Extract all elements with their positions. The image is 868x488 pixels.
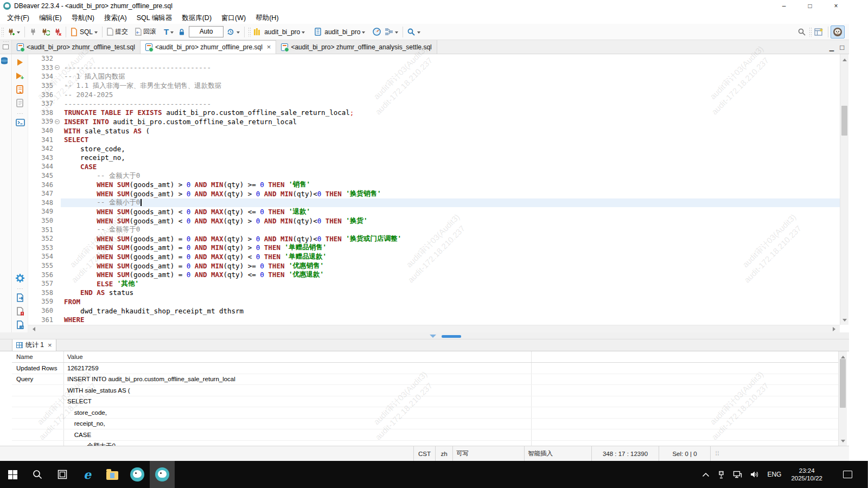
execute-new-tab-button[interactable]: + <box>14 70 26 82</box>
usb-tray-button[interactable] <box>717 471 725 479</box>
code-line[interactable]: 358 END AS status <box>28 288 840 298</box>
reconnect-button[interactable] <box>39 25 52 38</box>
scroll-down-icon[interactable] <box>843 319 847 324</box>
code-line[interactable]: 336-- 2024-2025 <box>28 90 840 99</box>
transaction-log-button[interactable]: T <box>162 25 176 38</box>
code-line[interactable]: 337------------------------------------ <box>28 99 840 108</box>
code-line[interactable]: 348 -- 金额小于0 <box>28 198 840 208</box>
stats-row[interactable]: receipt_no, <box>12 419 838 430</box>
code-line[interactable]: 357 ELSE '其他' <box>28 279 840 288</box>
code-line[interactable]: 353 WHEN SUM(goods_amt) = 0 AND MIN(qty)… <box>28 243 840 253</box>
stats-row[interactable]: WITH sale_status AS ( <box>12 385 838 396</box>
code-editor[interactable]: 332333–---------------------------------… <box>28 54 840 325</box>
panel-splitter[interactable] <box>0 332 849 339</box>
execute-script-button[interactable] <box>14 84 26 95</box>
tray-chevron-button[interactable] <box>702 472 710 477</box>
export-result-button[interactable] <box>14 292 26 304</box>
minimize-view-icon[interactable]: ▁ <box>829 44 834 52</box>
fold-collapse-icon[interactable]: – <box>55 65 60 70</box>
col-header-name[interactable]: Name <box>12 351 64 362</box>
col-header-value[interactable]: Value <box>64 351 532 362</box>
dbeaver-taskbar-button[interactable] <box>125 461 150 488</box>
code-line[interactable]: 343 receipt_no, <box>28 153 840 163</box>
sql-editor-button[interactable]: SQL <box>68 25 100 38</box>
close-button[interactable]: × <box>823 0 849 12</box>
editor-hscrollbar[interactable] <box>28 325 840 332</box>
database-selector[interactable]: audit_bi_pro <box>252 25 307 38</box>
internet-explorer-button[interactable]: e <box>75 461 100 488</box>
stats-row[interactable]: store_code, <box>12 407 838 419</box>
code-line[interactable]: 347 WHEN SUM(goods_amt) > 0 AND MAX(qty)… <box>28 189 840 198</box>
maximize-view-icon[interactable]: ☐ <box>839 44 845 52</box>
minimize-button[interactable]: – <box>771 0 797 12</box>
code-line[interactable]: 355 WHEN SUM(goods_amt) = 0 AND MIN(qty)… <box>28 261 840 271</box>
code-line[interactable]: 351 -- 金额等于0 <box>28 225 840 234</box>
code-line[interactable]: 352 WHEN SUM(goods_amt) = 0 AND MAX(qty)… <box>28 234 840 243</box>
save-report-button[interactable] <box>14 305 26 317</box>
menu-item[interactable]: 数据库(D) <box>177 12 216 23</box>
taskbar-clock[interactable]: 23:24 2025/10/22 <box>791 467 822 482</box>
maximize-button[interactable]: □ <box>797 0 823 12</box>
close-tab-icon[interactable]: × <box>48 342 52 349</box>
stats-row[interactable]: Updated Rows126217259 <box>12 363 838 374</box>
code-line[interactable]: 360 dwd_trade_hkaudit_shop_receipt_mt dt… <box>28 306 840 316</box>
code-line[interactable]: 334-- 1 插入国内数据 <box>28 72 840 81</box>
code-line[interactable]: 341SELECT <box>28 135 840 144</box>
menu-item[interactable]: 帮助(H) <box>251 12 283 23</box>
taskbar-search-button[interactable] <box>25 461 50 488</box>
sash-restore-icon[interactable] <box>430 335 436 338</box>
menu-item[interactable]: 导航(N) <box>67 12 99 23</box>
action-center-icon[interactable] <box>843 471 852 478</box>
code-line[interactable]: 356 WHEN SUM(goods_amt) = 0 AND MAX(qty)… <box>28 270 840 279</box>
menu-item[interactable]: SQL 编辑器 <box>132 12 177 23</box>
code-line[interactable]: 359FROM <box>28 297 840 306</box>
scrollbar-thumb[interactable] <box>841 106 847 136</box>
execute-statement-button[interactable] <box>14 56 26 68</box>
script-variables-button[interactable]: (a) <box>14 319 26 331</box>
kill-connection-button[interactable] <box>52 25 63 38</box>
editor-tab[interactable]: <audit_bi_pro> zhumr_offline_analysis_se… <box>276 40 437 54</box>
dashboard-button[interactable] <box>371 25 383 38</box>
code-line[interactable]: 335-- 1.1 插入非海一家、非男生女生销售、退款数据 <box>28 81 840 91</box>
fold-collapse-icon[interactable]: – <box>55 119 60 124</box>
open-terminal-button[interactable] <box>14 117 26 129</box>
scroll-right-icon[interactable] <box>833 327 838 331</box>
code-line[interactable]: 345 -- 金额大于0 <box>28 171 840 181</box>
connect-button[interactable] <box>5 25 22 38</box>
dbeaver-perspective-button[interactable] <box>831 25 845 38</box>
drag-handle-icon[interactable] <box>3 41 9 42</box>
quick-search-button[interactable] <box>796 25 808 38</box>
stats-row[interactable]: QueryINSERT INTO audit_bi_pro.custom_off… <box>12 374 838 386</box>
stats-row[interactable]: -- 金额大于0 <box>12 441 838 446</box>
code-line[interactable]: 349 WHEN SUM(goods_amt) < 0 AND MAX(qty)… <box>28 207 840 216</box>
commit-mode-combo[interactable]: Auto <box>189 26 224 37</box>
menu-item[interactable]: 文件(F) <box>2 12 34 23</box>
code-line[interactable]: 339–INSERT INTO audit_bi_pro.custom_offl… <box>28 117 840 126</box>
code-line[interactable]: 332 <box>28 54 840 63</box>
editor-tab[interactable]: <audit_bi_pro> zhumr_offline_test.sql <box>12 40 141 54</box>
code-line[interactable]: 342 store_code, <box>28 144 840 153</box>
commit-button[interactable]: 提交 <box>105 25 130 38</box>
execution-plan-button[interactable] <box>383 25 400 38</box>
explain-plan-button[interactable] <box>14 97 26 109</box>
code-line[interactable]: 350 WHEN SUM(goods_amt) < 0 AND MAX(qty)… <box>28 216 840 226</box>
volume-tray-button[interactable] <box>750 471 759 478</box>
network-tray-button[interactable] <box>733 471 742 478</box>
settings-button[interactable] <box>14 272 26 284</box>
task-view-button[interactable] <box>50 461 75 488</box>
stats-row[interactable]: SELECT <box>12 396 838 408</box>
scroll-up-icon[interactable] <box>843 56 847 61</box>
scroll-left-icon[interactable] <box>30 327 35 331</box>
editor-tab[interactable]: <audit_bi_pro> zhumr_offline_pre.sql× <box>141 40 277 54</box>
menu-item[interactable]: 编辑(E) <box>34 12 67 23</box>
disconnect-button[interactable] <box>27 25 39 38</box>
code-line[interactable]: 338TRUNCATE TABLE IF EXISTS audit_bi_pro… <box>28 108 840 118</box>
code-line[interactable]: 354 WHEN SUM(goods_amt) = 0 AND MAX(qty)… <box>28 252 840 261</box>
start-button[interactable] <box>0 461 25 488</box>
editor-vscrollbar[interactable] <box>840 54 848 325</box>
code-line[interactable]: 346 WHEN SUM(goods_amt) > 0 AND MIN(qty)… <box>28 180 840 189</box>
code-line[interactable]: 361WHERE <box>28 315 840 324</box>
menu-item[interactable]: 搜索(A) <box>99 12 132 23</box>
db-navigator-icon[interactable] <box>0 56 9 65</box>
scroll-up-icon[interactable] <box>841 354 845 358</box>
